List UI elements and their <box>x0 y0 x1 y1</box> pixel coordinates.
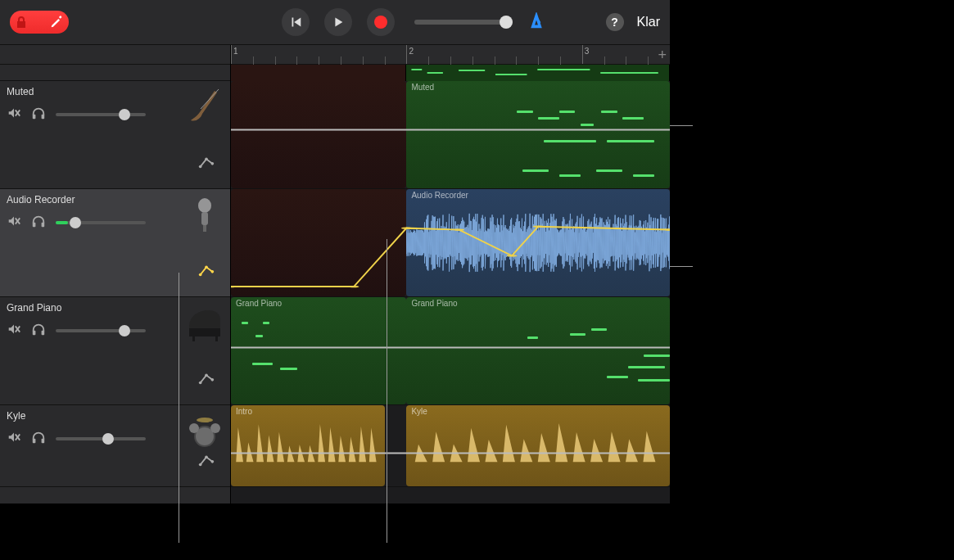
svg-rect-18 <box>203 225 206 232</box>
mute-icon[interactable] <box>7 322 21 339</box>
mute-icon[interactable] <box>7 430 21 447</box>
app-frame: ? Klar Muted Audio Recor <box>0 0 670 504</box>
section-b[interactable] <box>406 65 670 81</box>
callout-line-right-top <box>670 125 693 126</box>
region[interactable]: Kyle <box>406 405 670 486</box>
region[interactable] <box>231 189 406 296</box>
ruler-spacer <box>0 45 230 65</box>
headphones-icon[interactable] <box>31 430 46 447</box>
region-label: Audio Recorder <box>406 189 472 201</box>
automation-toggle[interactable] <box>197 451 215 472</box>
svg-rect-22 <box>42 331 45 335</box>
track-headers-panel: Muted Audio Recorder <box>0 45 231 504</box>
edit-mode-pill[interactable] <box>10 11 69 34</box>
track-header[interactable]: Muted <box>0 81 230 189</box>
ruler-bar[interactable]: 3 <box>582 45 590 64</box>
svg-point-16 <box>198 198 211 213</box>
add-section-button[interactable]: + <box>658 47 667 64</box>
callout-line-left <box>179 273 179 543</box>
track-row[interactable]: Muted <box>231 81 670 189</box>
svg-point-40 <box>197 418 213 422</box>
svg-rect-17 <box>201 212 208 225</box>
region[interactable]: Grand Piano <box>406 297 670 404</box>
track-row[interactable]: Audio Recorder <box>231 189 670 297</box>
transport-controls <box>282 8 395 36</box>
bar-ruler[interactable]: 123 + <box>231 45 670 65</box>
region[interactable] <box>231 81 406 188</box>
mute-icon[interactable] <box>7 106 21 123</box>
done-button[interactable]: Klar <box>637 15 660 29</box>
headphones-icon[interactable] <box>31 106 46 123</box>
svg-rect-31 <box>33 439 36 443</box>
lock-icon <box>13 14 29 30</box>
help-button[interactable]: ? <box>606 13 624 31</box>
volume-thumb[interactable] <box>119 325 130 336</box>
region-label: Intro <box>231 405 257 418</box>
svg-rect-28 <box>215 336 218 341</box>
record-dot-icon <box>374 16 387 29</box>
section-a[interactable] <box>231 65 406 81</box>
region[interactable]: Muted <box>406 81 670 188</box>
topbar-right: ? Klar <box>606 13 660 31</box>
region[interactable]: Grand Piano <box>231 297 406 404</box>
top-bar: ? Klar <box>0 0 670 45</box>
track-row[interactable]: IntroKyle <box>231 405 670 487</box>
svg-rect-12 <box>42 223 45 227</box>
volume-thumb[interactable] <box>102 433 114 445</box>
svg-rect-11 <box>33 223 36 227</box>
track-header[interactable]: Grand Piano <box>0 297 230 405</box>
svg-rect-32 <box>42 439 45 443</box>
region-label: Muted <box>406 81 439 93</box>
headphones-icon[interactable] <box>31 214 46 231</box>
region-label: Grand Piano <box>406 297 462 309</box>
track-header[interactable]: Audio Recorder <box>0 189 230 297</box>
automation-toggle[interactable] <box>197 369 215 390</box>
svg-rect-27 <box>192 336 195 341</box>
timeline-area[interactable]: 123 + <box>231 45 670 504</box>
section-strip-spacer <box>0 65 230 81</box>
record-button[interactable] <box>367 8 395 36</box>
go-to-start-button[interactable] <box>282 8 310 36</box>
metronome-button[interactable] <box>527 12 545 33</box>
play-button[interactable] <box>324 8 352 36</box>
volume-slider[interactable] <box>56 437 146 440</box>
svg-point-39 <box>210 423 220 433</box>
region[interactable]: Audio Recorder <box>406 189 670 296</box>
ruler-bar[interactable]: 1 <box>231 45 238 64</box>
grand-piano-icon[interactable] <box>184 302 225 343</box>
volume-thumb[interactable] <box>70 217 81 228</box>
svg-rect-3 <box>33 115 36 119</box>
automation-toggle[interactable] <box>197 153 215 174</box>
svg-rect-26 <box>189 328 220 336</box>
svg-line-8 <box>201 89 219 109</box>
bass-guitar-icon[interactable] <box>184 86 225 127</box>
track-header[interactable]: Kyle <box>0 405 230 487</box>
svg-rect-21 <box>33 331 36 335</box>
mute-icon[interactable] <box>7 214 21 231</box>
ruler-bar[interactable]: 2 <box>406 45 414 64</box>
callout-line-middle <box>387 239 387 543</box>
automation-toggle[interactable] <box>197 261 215 282</box>
volume-slider[interactable] <box>56 221 146 224</box>
region-label: Kyle <box>406 405 432 418</box>
svg-point-38 <box>189 423 199 433</box>
region[interactable]: Intro <box>231 405 385 486</box>
region-label: Grand Piano <box>231 297 287 309</box>
callout-line-right-mid <box>670 266 693 267</box>
drum-kit-icon[interactable] <box>184 410 225 451</box>
workspace: Muted Audio Recorder <box>0 45 670 504</box>
playhead-scrubber[interactable] <box>414 20 513 25</box>
help-glyph: ? <box>611 16 618 29</box>
headphones-icon[interactable] <box>31 322 46 339</box>
microphone-icon[interactable] <box>184 194 225 235</box>
volume-thumb[interactable] <box>119 109 130 120</box>
track-row[interactable]: Grand PianoGrand Piano <box>231 297 670 405</box>
scrubber-thumb[interactable] <box>500 16 513 29</box>
volume-slider[interactable] <box>56 329 146 332</box>
pencil-icon <box>49 15 64 29</box>
volume-slider[interactable] <box>56 113 146 116</box>
svg-rect-4 <box>42 115 45 119</box>
song-section-strip[interactable] <box>231 65 670 81</box>
